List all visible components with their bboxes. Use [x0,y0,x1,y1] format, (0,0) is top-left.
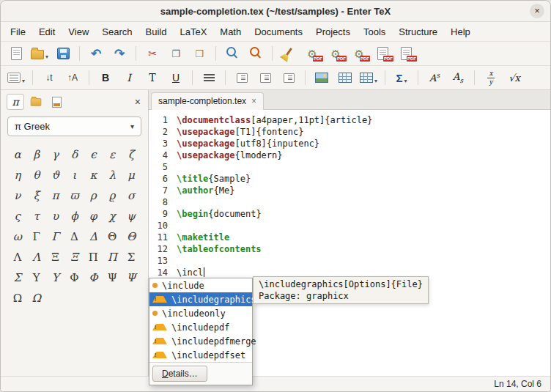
sidebar-tab-symbols[interactable]: π [7,94,24,110]
symbol-cell[interactable]: ω [8,227,27,245]
build-and-view-button[interactable]: ⚙PDF [301,44,323,63]
typewriter-button[interactable]: T [141,68,163,87]
itemize-list-button[interactable] [231,68,253,87]
symbol-cell[interactable]: Υ [46,268,65,286]
symbol-cell[interactable]: Γ [27,227,46,245]
symbol-cell[interactable]: η [8,166,27,184]
description-list-button[interactable] [278,68,300,87]
find-replace-button[interactable] [245,44,267,63]
bold-button[interactable]: B [95,68,117,87]
symbol-cell[interactable]: Ξ [46,248,65,266]
view-log-button[interactable]: PDF [395,44,417,63]
symbol-category-select[interactable]: π Greek ▾ [7,117,141,136]
copy-button[interactable]: ❐ [165,44,187,63]
new-document-button[interactable] [5,44,27,63]
align-center-button[interactable] [198,68,220,87]
quick-build-button[interactable]: ⚙PDF [348,44,370,63]
insert-tabular-button[interactable]: ▾ [358,68,380,87]
insert-table-button[interactable] [334,68,356,87]
symbol-cell[interactable]: ξ [27,186,46,204]
to-uppercase-button[interactable]: ↑A [62,68,84,87]
find-button[interactable] [221,44,243,63]
completion-item[interactable]: \includegraphics [149,292,252,306]
paragraph-style-button[interactable]: ▾ [5,68,27,87]
menu-structure[interactable]: Structure [392,23,444,40]
clean-auxiliary-files-button[interactable] [278,44,300,63]
sidebar-tab-pdf[interactable] [48,94,65,110]
cut-button[interactable]: ✂ [141,44,163,63]
completion-details-button[interactable]: Details… [152,366,207,382]
symbol-cell[interactable]: Ω [27,289,46,307]
menu-view[interactable]: View [62,23,95,40]
symbol-cell[interactable]: ρ [84,186,103,204]
symbol-cell[interactable]: ϖ [65,186,84,204]
superscript-button[interactable]: As [424,68,445,87]
fraction-button[interactable]: xy [480,68,502,87]
menu-file[interactable]: File [4,23,32,40]
menu-latex[interactable]: LaTeX [173,23,213,40]
symbol-cell[interactable]: Θ [103,227,122,245]
view-pdf-button[interactable]: PDF [371,44,393,63]
symbol-cell[interactable]: Ψ [103,268,122,286]
symbol-cell[interactable]: Δ [65,227,84,245]
menu-search[interactable]: Search [95,23,138,40]
insert-image-button[interactable] [311,68,333,87]
symbol-cell[interactable]: Δ [84,227,103,245]
symbol-cell[interactable]: Γ [46,227,65,245]
to-lowercase-button[interactable]: ↓t [38,68,60,87]
editor-tab[interactable]: sample-completion.tex × [151,92,264,110]
menu-math[interactable]: Math [213,23,248,40]
symbol-cell[interactable]: Π [84,248,103,266]
math-symbols-button[interactable]: Σ▾ [391,68,413,87]
symbol-cell[interactable]: σ [122,186,141,204]
menu-documents[interactable]: Documents [248,23,309,40]
symbol-cell[interactable]: Θ [122,227,141,245]
menu-help[interactable]: Help [444,23,477,40]
completion-item[interactable]: \include [149,278,252,292]
symbol-cell[interactable]: ϑ [46,166,65,184]
sidebar-tab-structure[interactable] [27,94,45,110]
completion-item[interactable]: \includepdfmerge [149,334,252,348]
symbol-cell[interactable]: μ [122,166,141,184]
paste-button[interactable]: ❒ [188,44,210,63]
symbol-cell[interactable]: γ [46,145,65,163]
symbol-cell[interactable]: Λ [27,248,46,266]
symbol-cell[interactable]: α [8,145,27,163]
redo-button[interactable]: ↷ [108,44,130,63]
menu-projects[interactable]: Projects [309,23,357,40]
symbol-cell[interactable]: ψ [122,207,141,225]
menu-edit[interactable]: Edit [32,23,62,40]
symbol-cell[interactable]: Σ [122,248,141,266]
save-button[interactable] [52,44,74,63]
symbol-cell[interactable]: υ [46,207,65,225]
italic-button[interactable]: I [118,68,140,87]
tab-close-icon[interactable]: × [251,97,256,106]
symbol-cell[interactable]: Υ [27,268,46,286]
symbol-cell[interactable]: Φ [65,268,84,286]
menu-build[interactable]: Build [139,23,174,40]
symbol-cell[interactable]: β [27,145,46,163]
open-document-button[interactable]: ▾ [29,44,51,63]
symbol-cell[interactable]: θ [27,166,46,184]
symbol-cell[interactable]: Π [103,248,122,266]
undo-button[interactable]: ↶ [85,44,107,63]
symbol-cell[interactable]: π [46,186,65,204]
symbol-cell[interactable]: Ψ [122,268,141,286]
symbol-cell[interactable]: τ [27,207,46,225]
symbol-cell[interactable]: Ω [8,289,27,307]
symbol-cell[interactable]: ϵ [84,145,103,163]
symbol-cell[interactable]: ν [8,186,27,204]
symbol-cell[interactable]: Λ [8,248,27,266]
window-close-button[interactable]: × [530,4,544,18]
underline-button[interactable]: U [165,68,187,87]
symbol-cell[interactable]: ι [65,166,84,184]
compile-button[interactable]: ⚙PDF [325,44,347,63]
symbol-cell[interactable]: Σ [8,268,27,286]
symbol-cell[interactable]: χ [103,207,122,225]
subscript-button[interactable]: As [447,68,469,87]
symbol-cell[interactable]: ς [8,207,27,225]
square-root-button[interactable]: √x [503,68,525,87]
symbol-cell[interactable]: δ [65,145,84,163]
completion-item[interactable]: \includepdf [149,320,252,334]
menu-tools[interactable]: Tools [357,23,392,40]
